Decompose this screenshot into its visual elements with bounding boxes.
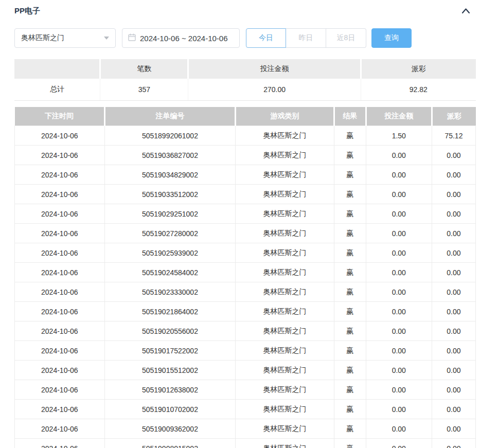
cell-payout: 0.00: [432, 302, 475, 321]
summary-total-row: 总计 357 270.00 92.82: [14, 79, 476, 100]
cell-bet-amount: 0.00: [366, 341, 432, 361]
summary-header-empty: [14, 59, 100, 79]
cell-bet-time: 2024-10-06: [15, 165, 105, 185]
table-row: 2024-10-0650519033512002奥林匹斯之门赢0.000.00: [15, 185, 476, 204]
cell-result: 赢: [334, 302, 366, 321]
cell-payout: 0.00: [432, 419, 475, 439]
col-header-bet-time: 下注时间: [15, 107, 105, 126]
table-row: 2024-10-0650519021864002奥林匹斯之门赢0.000.00: [15, 302, 476, 321]
calendar-icon: [128, 33, 136, 43]
cell-bet-time: 2024-10-06: [15, 361, 105, 380]
table-row: 2024-10-0650519023330002奥林匹斯之门赢0.000.00: [15, 282, 476, 302]
cell-bet-time: 2024-10-06: [15, 263, 105, 282]
cell-bet-time: 2024-10-06: [15, 439, 105, 448]
cell-result: 赢: [334, 126, 366, 146]
cell-bet-amount: 0.00: [366, 224, 432, 243]
cell-order-number: 50519017522002: [104, 341, 235, 361]
summary-total-count: 357: [100, 79, 188, 100]
table-row: 2024-10-0650519008015002奥林匹斯之门赢0.000.00: [15, 439, 476, 448]
yesterday-button[interactable]: 昨日: [286, 28, 326, 48]
collapse-chevron-up-icon[interactable]: [461, 7, 471, 14]
pp-games-panel: PP电子 奥林匹斯之门 2024-10-06 ~ 2024-10-06: [0, 0, 480, 448]
cell-payout: 0.00: [432, 204, 475, 224]
cell-bet-time: 2024-10-06: [15, 282, 105, 302]
cell-bet-time: 2024-10-06: [15, 419, 105, 439]
cell-bet-time: 2024-10-06: [15, 204, 105, 224]
col-header-bet-amount: 投注金额: [366, 107, 432, 126]
cell-result: 赢: [334, 224, 366, 243]
table-row: 2024-10-0650519024584002奥林匹斯之门赢0.000.00: [15, 263, 476, 282]
cell-payout: 75.12: [432, 126, 475, 146]
cell-order-number: 50519023330002: [104, 282, 235, 302]
table-row: 2024-10-0650519017522002奥林匹斯之门赢0.000.00: [15, 341, 476, 361]
cell-bet-amount: 0.00: [366, 361, 432, 380]
chevron-down-icon: [104, 37, 109, 40]
cell-game-category: 奥林匹斯之门: [236, 263, 334, 282]
summary-header-count: 笔数: [100, 59, 188, 79]
records-header-row: 下注时间 注单编号 游戏类别 结果 投注金额 派彩: [15, 107, 476, 126]
col-header-result: 结果: [334, 107, 366, 126]
cell-order-number: 50519024584002: [104, 263, 235, 282]
cell-game-category: 奥林匹斯之门: [236, 224, 334, 243]
cell-game-category: 奥林匹斯之门: [236, 302, 334, 321]
cell-game-category: 奥林匹斯之门: [236, 361, 334, 380]
cell-game-category: 奥林匹斯之门: [236, 243, 334, 263]
cell-order-number: 50519034829002: [104, 165, 235, 185]
summary-table: 笔数 投注金额 派彩 总计 357 270.00 92.82: [14, 59, 476, 101]
panel-header: PP电子: [14, 4, 476, 17]
cell-bet-amount: 0.00: [366, 185, 432, 204]
cell-result: 赢: [334, 341, 366, 361]
summary-total-label: 总计: [14, 79, 100, 100]
table-row: 2024-10-0650519020556002奥林匹斯之门赢0.000.00: [15, 321, 476, 341]
cell-game-category: 奥林匹斯之门: [236, 419, 334, 439]
cell-bet-amount: 1.50: [366, 126, 432, 146]
cell-order-number: 50519015512002: [104, 361, 235, 380]
cell-result: 赢: [334, 380, 366, 400]
table-row: 2024-10-0650519015512002奥林匹斯之门赢0.000.00: [15, 361, 476, 380]
cell-bet-amount: 0.00: [366, 302, 432, 321]
search-button[interactable]: 查询: [371, 28, 412, 48]
cell-order-number: 50519027280002: [104, 224, 235, 243]
cell-payout: 0.00: [432, 341, 475, 361]
today-button[interactable]: 今日: [246, 28, 286, 48]
cell-game-category: 奥林匹斯之门: [236, 126, 334, 146]
cell-order-number: 50519025939002: [104, 243, 235, 263]
quick-date-buttons: 今日 昨日 近8日: [246, 28, 366, 48]
cell-bet-time: 2024-10-06: [15, 341, 105, 361]
cell-bet-amount: 0.00: [366, 380, 432, 400]
filter-controls: 奥林匹斯之门 2024-10-06 ~ 2024-10-06 今日 昨日 近8日…: [14, 28, 476, 48]
game-select[interactable]: 奥林匹斯之门: [14, 28, 116, 48]
cell-bet-time: 2024-10-06: [15, 302, 105, 321]
summary-total-bet-amount: 270.00: [188, 79, 361, 100]
cell-bet-time: 2024-10-06: [15, 380, 105, 400]
cell-payout: 0.00: [432, 282, 475, 302]
cell-game-category: 奥林匹斯之门: [236, 165, 334, 185]
cell-order-number: 50519008015002: [104, 439, 235, 448]
cell-order-number: 50519029251002: [104, 204, 235, 224]
table-row: 2024-10-0650519025939002奥林匹斯之门赢0.000.00: [15, 243, 476, 263]
cell-game-category: 奥林匹斯之门: [236, 400, 334, 419]
cell-payout: 0.00: [432, 439, 475, 448]
cell-payout: 0.00: [432, 165, 475, 185]
cell-payout: 0.00: [432, 321, 475, 341]
cell-game-category: 奥林匹斯之门: [236, 282, 334, 302]
cell-bet-amount: 0.00: [366, 263, 432, 282]
cell-payout: 0.00: [432, 361, 475, 380]
cell-result: 赢: [334, 185, 366, 204]
cell-bet-amount: 0.00: [366, 400, 432, 419]
cell-bet-amount: 0.00: [366, 439, 432, 448]
cell-result: 赢: [334, 204, 366, 224]
cell-bet-time: 2024-10-06: [15, 126, 105, 146]
cell-payout: 0.00: [432, 400, 475, 419]
cell-order-number: 50519021864002: [104, 302, 235, 321]
game-select-value: 奥林匹斯之门: [21, 33, 64, 43]
cell-payout: 0.00: [432, 380, 475, 400]
cell-result: 赢: [334, 439, 366, 448]
cell-bet-amount: 0.00: [366, 204, 432, 224]
last-8-days-button[interactable]: 近8日: [326, 28, 366, 48]
table-row: 2024-10-0650519009362002奥林匹斯之门赢0.000.00: [15, 419, 476, 439]
cell-payout: 0.00: [432, 263, 475, 282]
cell-order-number: 50518992061002: [104, 126, 235, 146]
cell-bet-amount: 0.00: [366, 165, 432, 185]
date-range-picker[interactable]: 2024-10-06 ~ 2024-10-06: [122, 28, 240, 48]
